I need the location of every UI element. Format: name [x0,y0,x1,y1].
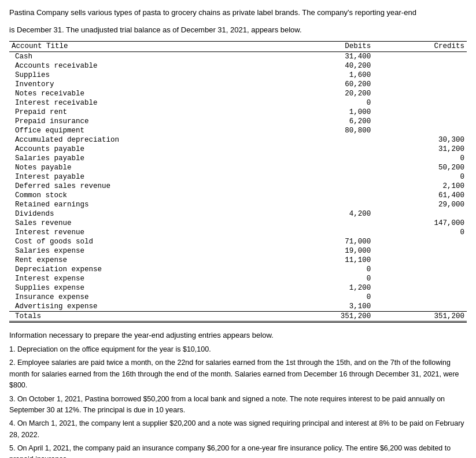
debit-value [279,228,373,237]
debit-value: 31,400 [279,52,373,62]
credit-value [373,71,467,80]
credit-value [373,209,467,219]
credit-value: 31,200 [373,145,467,154]
debit-value: 1,000 [279,108,373,117]
account-name: Interest expense [9,274,279,283]
debit-value [279,191,373,200]
debit-value: 1,600 [279,71,373,80]
table-row: Accumulated depreciation30,300 [9,135,467,145]
note-item: 2. Employee salaries are paid twice a mo… [9,357,467,391]
debit-value: 40,200 [279,61,373,71]
debit-value: 11,100 [279,256,373,265]
table-row: Notes payable50,200 [9,163,467,172]
debit-value [279,135,373,145]
table-row: Interest receivable0 [9,98,467,108]
account-name: Interest receivable [9,98,279,108]
account-name: Office equipment [9,126,279,135]
debit-value: 60,200 [279,80,373,89]
table-row: Accounts payable31,200 [9,145,467,154]
debit-value: 4,200 [279,209,373,219]
account-name: Cost of goods sold [9,237,279,246]
credit-value: 0 [373,172,467,182]
table-row: Depreciation expense0 [9,265,467,274]
credit-value [373,126,467,135]
account-name: Rent expense [9,256,279,265]
credit-value: 147,000 [373,219,467,228]
table-row: Common stock61,400 [9,191,467,200]
table-row: Rent expense11,100 [9,256,467,265]
account-name: Interest payable [9,172,279,182]
account-name: Sales revenue [9,219,279,228]
credit-value: 30,300 [373,135,467,145]
credit-value: 50,200 [373,163,467,172]
credit-value [373,98,467,108]
table-row: Cost of goods sold71,000 [9,237,467,246]
col-header-account: Account Title [9,42,279,52]
credit-value [373,265,467,274]
debit-value: 1,200 [279,283,373,293]
account-name: Salaries payable [9,154,279,163]
credit-value [373,256,467,265]
debit-value [279,200,373,209]
intro-text2: is December 31. The unadjusted trial bal… [9,24,467,36]
table-row: Cash31,400 [9,52,467,62]
debit-value: 6,200 [279,117,373,126]
table-row: Interest expense0 [9,274,467,283]
account-name: Prepaid rent [9,108,279,117]
table-row: Retained earnings29,000 [9,200,467,209]
account-name: Retained earnings [9,200,279,209]
table-row: Office equipment80,800 [9,126,467,135]
info-section-title: Information necessary to prepare the yea… [9,331,467,339]
account-name: Salaries expense [9,246,279,256]
note-item: 1. Depreciation on the office equipment … [9,344,467,355]
debit-value: 0 [279,274,373,283]
credit-value [373,302,467,312]
debit-value [279,182,373,191]
account-name: Dividends [9,209,279,219]
notes-list: 1. Depreciation on the office equipment … [9,344,467,458]
table-row: Prepaid rent1,000 [9,108,467,117]
account-name: Inventory [9,80,279,89]
table-row: Dividends4,200 [9,209,467,219]
debit-value: 71,000 [279,237,373,246]
account-name: Prepaid insurance [9,117,279,126]
account-name: Depreciation expense [9,265,279,274]
account-name: Insurance expense [9,293,279,302]
account-name: Common stock [9,191,279,200]
account-name: Advertising expense [9,302,279,312]
credit-value [373,274,467,283]
account-name: Notes receivable [9,89,279,98]
table-row: Supplies expense1,200 [9,283,467,293]
credit-value: 0 [373,154,467,163]
account-name: Notes payable [9,163,279,172]
credit-value: 61,400 [373,191,467,200]
totals-label: Totals [9,312,279,322]
credit-value: 29,000 [373,200,467,209]
table-row: Insurance expense0 [9,293,467,302]
debit-value [279,172,373,182]
table-row: Accounts receivable40,200 [9,61,467,71]
account-name: Supplies [9,71,279,80]
intro-paragraph: Pastina Company sells various types of p… [9,7,467,35]
debit-value: 3,100 [279,302,373,312]
account-name: Supplies expense [9,283,279,293]
credit-value [373,52,467,62]
debit-value: 0 [279,293,373,302]
credit-value [373,89,467,98]
credit-value [373,117,467,126]
col-header-credits: Credits [373,42,467,52]
debit-value: 0 [279,265,373,274]
totals-credit: 351,200 [373,312,467,322]
trial-balance-table-container: Account Title Debits Credits Cash31,400A… [9,41,467,323]
credit-value [373,237,467,246]
credit-value [373,108,467,117]
totals-debit: 351,200 [279,312,373,322]
account-name: Accounts receivable [9,61,279,71]
col-header-debits: Debits [279,42,373,52]
debit-value [279,163,373,172]
info-section: Information necessary to prepare the yea… [9,331,467,458]
debit-value [279,154,373,163]
table-row: Sales revenue147,000 [9,219,467,228]
account-name: Interest revenue [9,228,279,237]
table-row: Salaries payable0 [9,154,467,163]
